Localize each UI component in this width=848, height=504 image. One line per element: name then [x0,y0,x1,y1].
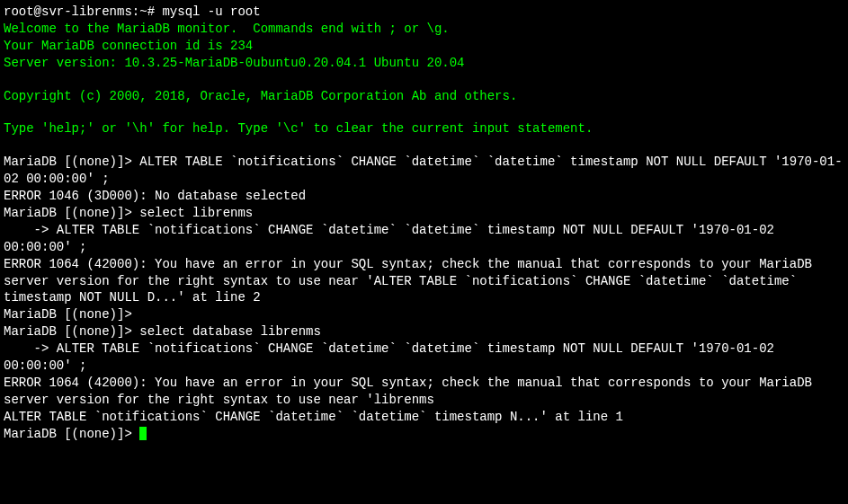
welcome-line-1: Welcome to the MariaDB monitor. Commands… [4,21,844,38]
mariadb-prompt-empty: MariaDB [(none)]> [4,306,844,323]
cursor-icon [139,427,147,440]
continuation-prompt: -> [4,223,57,237]
sql-line-2: MariaDB [(none)]> select librenms [4,205,844,222]
blank-line [4,137,844,154]
shell-prompt: root@svr-librenms:~# [4,4,162,19]
blank-line [4,104,844,120]
sql-command: select database librenms [139,324,321,339]
sql-continuation-2: -> ALTER TABLE `notifications` CHANGE `d… [4,222,844,256]
sql-line-1: MariaDB [(none)]> ALTER TABLE `notificat… [4,154,844,188]
mariadb-prompt: MariaDB [(none)]> [4,155,139,169]
sql-continuation-4: -> ALTER TABLE `notifications` CHANGE `d… [4,340,844,375]
mariadb-prompt: MariaDB [(none)]> [4,206,139,220]
welcome-line-2: Your MariaDB connection id is 234 [4,38,844,55]
help-line: Type 'help;' or '\h' for help. Type '\c'… [4,120,844,137]
shell-command: mysql -u root [162,4,260,19]
sql-command: ALTER TABLE `notifications` CHANGE `date… [4,341,781,373]
copyright-line: Copyright (c) 2000, 2018, Oracle, MariaD… [4,88,844,105]
mariadb-prompt: MariaDB [(none)]> [4,427,139,441]
mariadb-prompt: MariaDB [(none)]> [4,324,139,339]
welcome-line-3: Server version: 10.3.25-MariaDB-0ubuntu0… [4,55,844,72]
error-line-1: ERROR 1046 (3D000): No database selected [4,188,844,205]
current-prompt-line[interactable]: MariaDB [(none)]> [4,426,844,443]
continuation-prompt: -> [4,341,57,356]
error-line-4: ERROR 1064 (42000): You have an error in… [4,375,844,426]
shell-line: root@svr-librenms:~# mysql -u root [4,4,844,21]
sql-command: select librenms [139,206,253,220]
blank-line [4,72,844,88]
error-line-2: ERROR 1064 (42000): You have an error in… [4,256,844,307]
sql-command: ALTER TABLE `notifications` CHANGE `date… [4,223,781,254]
sql-line-4: MariaDB [(none)]> select database libren… [4,323,844,340]
terminal-output[interactable]: root@svr-librenms:~# mysql -u root Welco… [4,4,844,442]
